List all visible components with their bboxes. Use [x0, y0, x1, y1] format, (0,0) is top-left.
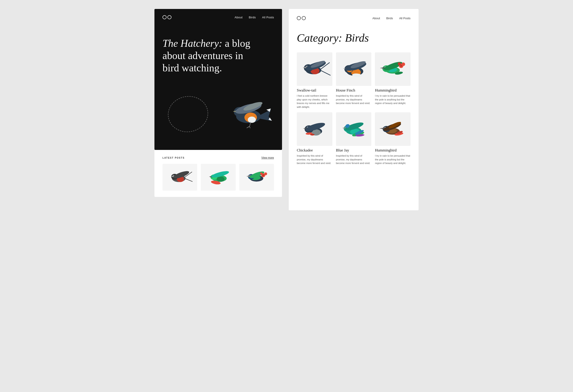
post-card-2[interactable] — [201, 164, 235, 191]
bird-image-chickadee — [297, 112, 332, 146]
bird-card-swallow-tail-title: Swallow-tail — [297, 88, 332, 93]
right-panel: About Birds All Posts Category: Birds — [289, 9, 419, 210]
blue-jay-svg — [336, 112, 372, 146]
svg-line-23 — [185, 178, 193, 181]
left-nav-links: About Birds All Posts — [234, 15, 274, 19]
bird-card-hummingbird-1[interactable]: Hummingbird I try in vain to be persuade… — [375, 52, 411, 109]
logo-icon — [162, 15, 171, 19]
right-nav-birds[interactable]: Birds — [386, 17, 393, 20]
chickadee-svg — [297, 112, 332, 146]
hummingbird-2-svg — [375, 112, 411, 146]
right-logo-circle-left — [297, 16, 301, 20]
svg-line-15 — [248, 126, 250, 127]
logo-circle-right — [167, 15, 171, 19]
svg-point-42 — [264, 172, 267, 175]
latest-posts-header: LATEST POSTS View more — [162, 156, 274, 159]
bird-card-swallow-tail[interactable]: Swallow-tail I feel a cold northern bree… — [297, 52, 332, 109]
svg-marker-38 — [247, 175, 250, 177]
hero-bird-svg — [222, 92, 273, 137]
bird-image-hummingbird-1 — [375, 52, 411, 86]
posts-grid — [162, 164, 274, 191]
bird-image-blue-jay — [336, 112, 372, 146]
hero-section: About Birds All Posts The Hatchery: a bl… — [154, 9, 282, 150]
left-nav-allposts[interactable]: All Posts — [262, 16, 274, 19]
bird-card-blue-jay-desc: Inspirited by this wind of promise, my d… — [336, 154, 372, 165]
category-title: Category: Birds — [297, 31, 411, 44]
right-navbar: About Birds All Posts — [297, 16, 411, 20]
bird-card-hummingbird-1-title: Hummingbird — [375, 88, 411, 93]
svg-point-43 — [260, 172, 263, 175]
bird-image-swallow-tail — [297, 52, 332, 86]
birds-grid-row2: Chickadee Inspirited by this wind of pro… — [297, 112, 411, 165]
svg-point-41 — [262, 174, 264, 176]
hummingbird-1-svg — [375, 52, 411, 86]
decorative-circle — [165, 93, 211, 135]
swallow-tail-svg — [297, 52, 332, 86]
left-navbar: About Birds All Posts — [162, 15, 274, 19]
bird-card-blue-jay-title: Blue Jay — [336, 148, 372, 153]
post-card-1[interactable] — [162, 164, 197, 191]
hero-title: The Hatchery: a blogabout adventures inb… — [162, 37, 256, 74]
view-more-link[interactable]: View more — [261, 156, 274, 159]
bird-card-house-finch-desc: Inspirited by this wind of promise, my d… — [336, 94, 372, 105]
svg-line-51 — [321, 71, 331, 75]
left-panel: About Birds All Posts The Hatchery: a bl… — [154, 9, 282, 197]
latest-posts-section: LATEST POSTS View more — [154, 150, 282, 197]
right-nav-links: About Birds All Posts — [373, 16, 411, 20]
left-nav-birds[interactable]: Birds — [249, 16, 256, 19]
latest-posts-label: LATEST POSTS — [162, 157, 185, 159]
hero-bird-image — [222, 92, 273, 137]
bird-card-chickadee-title: Chickadee — [297, 148, 332, 153]
logo-circle-left — [162, 15, 166, 19]
bird-image-house-finch — [336, 52, 372, 86]
svg-line-14 — [250, 126, 250, 128]
left-logo — [162, 15, 171, 19]
post-card-2-bird — [203, 165, 234, 189]
svg-point-2 — [248, 117, 256, 123]
hero-title-italic: The Hatchery: — [162, 37, 222, 49]
bird-image-hummingbird-2 — [375, 112, 411, 146]
bird-card-hummingbird-2-title: Hummingbird — [375, 148, 411, 153]
bird-card-chickadee-desc: Inspirited by this wind of promise, my d… — [297, 154, 332, 165]
svg-point-73 — [398, 62, 401, 65]
bird-card-hummingbird-2[interactable]: Hummingbird I try in vain to be persuade… — [375, 112, 411, 165]
bird-card-swallow-tail-desc: I feel a cold northern breeze play upon … — [297, 94, 332, 109]
bird-card-hummingbird-1-desc: I try in vain to be persuaded that the p… — [375, 94, 411, 105]
right-logo-circle-right — [302, 16, 306, 20]
left-nav-about[interactable]: About — [234, 16, 242, 19]
right-nav-allposts[interactable]: All Posts — [399, 17, 411, 20]
right-nav-about[interactable]: About — [373, 17, 380, 20]
svg-point-74 — [400, 65, 402, 67]
post-card-3-bird — [241, 165, 272, 189]
bird-card-house-finch[interactable]: House Finch Inspirited by this wind of p… — [336, 52, 372, 109]
right-logo-icon — [297, 16, 306, 20]
birds-grid-row1: Swallow-tail I feel a cold northern bree… — [297, 52, 411, 109]
post-card-1-bird — [164, 165, 196, 189]
svg-point-84 — [310, 134, 314, 136]
bird-card-chickadee[interactable]: Chickadee Inspirited by this wind of pro… — [297, 112, 332, 165]
bird-card-hummingbird-2-desc: I try in vain to be persuaded that the p… — [375, 154, 411, 165]
bird-card-blue-jay[interactable]: Blue Jay Inspirited by this wind of prom… — [336, 112, 372, 165]
bird-card-house-finch-title: House Finch — [336, 88, 372, 93]
post-card-3[interactable] — [239, 164, 274, 191]
svg-point-26 — [217, 177, 225, 182]
house-finch-svg — [336, 52, 372, 86]
